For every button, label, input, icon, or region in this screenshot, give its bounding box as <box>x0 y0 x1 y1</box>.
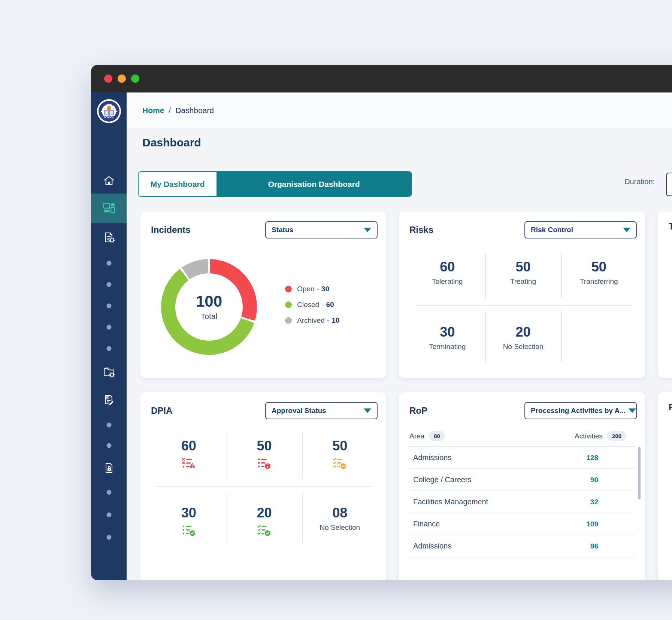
legend-dot <box>285 317 292 324</box>
table-row[interactable]: Finance 109 <box>409 513 635 535</box>
table-row[interactable]: Admissions 128 <box>409 447 635 469</box>
sidebar-item-dot-9[interactable] <box>106 513 111 517</box>
incidents-total-label: Total <box>201 312 217 321</box>
risks-stats: 60 Tolerating 50 Treating 50 <box>409 249 637 370</box>
rop-scrollbar[interactable] <box>638 447 641 499</box>
rop-activities-header: Activities 200 <box>575 431 626 441</box>
incidents-total-value: 100 <box>196 293 222 310</box>
close-button[interactable] <box>104 75 112 83</box>
chevron-down-icon <box>364 228 371 232</box>
breadcrumb-home-link[interactable]: Home <box>142 106 164 115</box>
dot-icon <box>106 513 111 517</box>
dashboard-tabs: My Dashboard Organisation Dashboard <box>138 171 412 197</box>
stat-treating: 50 Treating <box>485 249 561 305</box>
legend-item-closed: Closed - 60 <box>285 301 339 309</box>
partial-card-row2: P <box>658 392 672 580</box>
page-title: Dashboard <box>142 136 201 149</box>
sidebar-item-privacy[interactable] <box>103 462 115 474</box>
stat-terminating: 30 Terminating <box>409 306 485 370</box>
legend-label: Closed <box>297 301 319 309</box>
stat-value: 08 <box>302 505 378 520</box>
rop-activity-count: 96 <box>590 542 598 550</box>
stat-no-selection: 08 No Selection <box>302 487 378 550</box>
legend-label: Open <box>297 285 314 293</box>
main-area: Home / Dashboard Dashboard My Dashboard … <box>127 92 672 580</box>
zoom-button[interactable] <box>131 75 139 83</box>
rop-processing-dropdown-value: Processing Activities by A... <box>531 407 626 415</box>
incidents-donut-center: 100 Total <box>161 259 257 355</box>
table-row[interactable]: Admissions 96 <box>409 535 635 557</box>
stat-rejected: 60 <box>151 428 227 486</box>
screenshot-stage: ★ ★ SCHOOL <box>0 0 672 620</box>
rop-area-count-badge: 80 <box>429 431 445 441</box>
chevron-down-icon <box>629 408 636 413</box>
tab-organisation-dashboard[interactable]: Organisation Dashboard <box>217 172 411 196</box>
sidebar-item-dot-4[interactable] <box>106 325 111 330</box>
legend-dot <box>285 301 292 308</box>
stat-approved-list: 30 <box>151 487 227 550</box>
risks-control-dropdown-value: Risk Control <box>531 226 573 234</box>
rop-activity-count: 128 <box>586 454 598 462</box>
stat-label: Tolerating <box>409 277 485 286</box>
chevron-down-icon <box>364 408 371 413</box>
sidebar-item-dashboard[interactable] <box>103 202 115 215</box>
sidebar-item-policies[interactable] <box>103 231 115 244</box>
stat-transferring: 50 Transferring <box>561 249 637 305</box>
stat-value: 20 <box>485 325 561 340</box>
dpia-approval-dropdown[interactable]: Approval Status <box>265 402 378 419</box>
dpia-approval-dropdown-value: Approval Status <box>272 407 326 415</box>
sidebar-item-home[interactable] <box>103 174 115 186</box>
table-row[interactable]: Facilities Management 32 <box>409 491 635 513</box>
stat-value: 50 <box>227 438 302 453</box>
stat-value: 20 <box>227 505 302 520</box>
stat-empty <box>561 306 637 370</box>
stat-no-selection: 20 No Selection <box>485 306 561 370</box>
legend-item-open: Open - 30 <box>285 285 339 293</box>
duration-label: Duration: <box>624 177 655 186</box>
sidebar-item-dot-2[interactable] <box>106 282 111 287</box>
sidebar-item-dot-3[interactable] <box>106 304 111 309</box>
sidebar-item-dot-8[interactable] <box>106 490 111 495</box>
document-edit-icon <box>103 393 115 406</box>
document-gear-icon <box>103 231 115 244</box>
stat-value: 50 <box>485 259 561 274</box>
window-titlebar <box>91 65 672 92</box>
sidebar-item-dot-1[interactable] <box>106 261 111 266</box>
folder-gear-icon <box>102 365 116 378</box>
incidents-donut-chart: 100 Total <box>161 259 257 355</box>
minimize-button[interactable] <box>118 75 126 83</box>
dot-icon <box>106 261 111 266</box>
svg-text:SCHOOL: SCHOOL <box>104 116 114 119</box>
sidebar-item-dot-7[interactable] <box>106 443 111 448</box>
dot-icon <box>106 490 111 495</box>
stat-due-30: 50 <box>302 428 378 486</box>
table-row[interactable]: College / Careers 90 <box>409 469 635 491</box>
checklist-rejected-icon <box>181 457 196 470</box>
incidents-status-dropdown[interactable]: Status <box>265 221 378 238</box>
rop-activity-count: 32 <box>590 498 598 506</box>
stat-label: Terminating <box>409 343 485 351</box>
dashboard-content: Dashboard My Dashboard Organisation Dash… <box>127 128 672 580</box>
rop-processing-dropdown[interactable]: Processing Activities by A... <box>524 402 637 419</box>
school-logo-badge: ★ ★ SCHOOL <box>97 99 121 124</box>
chevron-down-icon <box>623 228 630 232</box>
tab-my-dashboard[interactable]: My Dashboard <box>139 172 217 196</box>
stat-alert: 50 <box>227 428 302 486</box>
incidents-status-dropdown-value: Status <box>272 226 293 234</box>
sidebar-item-dot-10[interactable] <box>106 535 111 540</box>
list-approved-icon <box>182 524 196 537</box>
sidebar-item-assessments[interactable] <box>103 393 115 406</box>
checklist-alert-icon <box>257 457 271 470</box>
dot-icon <box>106 304 111 309</box>
risks-control-dropdown[interactable]: Risk Control <box>524 221 637 238</box>
stat-value: 60 <box>151 438 227 453</box>
stat-label: No Selection <box>485 343 561 351</box>
sidebar-item-dot-5[interactable] <box>106 346 111 351</box>
stat-value: 60 <box>409 259 485 274</box>
app-window: ★ ★ SCHOOL <box>91 65 672 580</box>
dashboard-grid-icon <box>103 202 115 215</box>
sidebar-item-data-management[interactable] <box>102 365 116 378</box>
dpia-card: DPIA Approval Status 60 <box>140 392 386 580</box>
duration-select[interactable] <box>666 173 672 196</box>
sidebar-item-dot-6[interactable] <box>106 423 111 428</box>
